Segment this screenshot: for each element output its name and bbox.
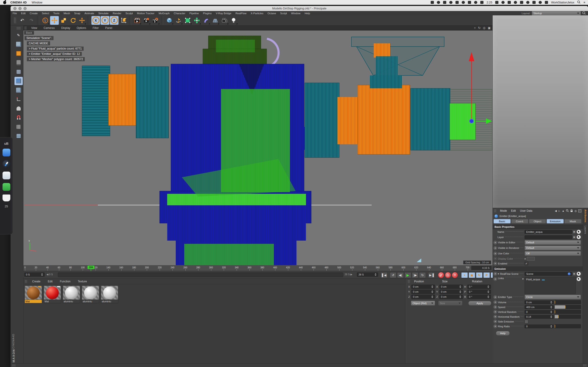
anim-dot[interactable] xyxy=(493,315,497,318)
palette-grip[interactable] xyxy=(17,27,21,30)
quantize-button[interactable] xyxy=(15,123,23,131)
edges-mode-button[interactable] xyxy=(15,77,23,85)
selected-object-row[interactable]: Emitter [Emitter_acqua] xyxy=(493,214,583,219)
viewport-rotate-icon[interactable]: ↻ xyxy=(478,26,481,30)
expand-icon[interactable]: ▶ xyxy=(573,235,576,239)
volume-icon[interactable] xyxy=(545,1,548,4)
horizontal-random-field[interactable]: 0.14 xyxy=(525,315,554,319)
app-menu-item[interactable]: Create xyxy=(27,12,40,15)
redo-button[interactable]: ↷ xyxy=(27,16,36,25)
menubar-device-name[interactable]: WorkStationJelux xyxy=(551,1,574,4)
code-brackets-icon[interactable] xyxy=(520,1,523,4)
material-tile[interactable]: aluminiu xyxy=(63,286,80,303)
undo-button[interactable]: ↶ xyxy=(18,16,27,25)
size-field[interactable]: 0 cm xyxy=(439,295,463,299)
speed-field[interactable]: 400 cm xyxy=(525,305,554,309)
mail-icon[interactable] xyxy=(437,1,440,4)
goto-start-button[interactable]: ▌◀ xyxy=(381,272,388,278)
position-field[interactable]: 0 cm xyxy=(411,290,435,294)
viewport-pan-icon[interactable]: + xyxy=(474,26,476,30)
attributes-grip[interactable] xyxy=(494,209,496,212)
rotate-tool[interactable] xyxy=(69,16,77,25)
make-editable-button[interactable]: ✎ xyxy=(15,31,23,39)
attributes-menu-edit[interactable]: Edit xyxy=(509,209,518,212)
timeline-duration-field[interactable]: 4.16 S xyxy=(471,266,492,270)
mail-app-icon[interactable] xyxy=(2,172,10,179)
material-tile[interactable]: aluminiu xyxy=(82,286,99,303)
play-forward-button[interactable]: ↻ xyxy=(419,272,426,278)
tab-basic[interactable]: Basic xyxy=(493,219,510,223)
coordinate-system-button[interactable] xyxy=(119,16,128,25)
links-list[interactable]: Fluid_acqua≈≈ xyxy=(525,277,576,294)
position-field[interactable]: 0 cm xyxy=(411,295,435,299)
blue-app-icon[interactable] xyxy=(2,149,10,156)
app-menu-item[interactable]: Script xyxy=(278,12,289,15)
parent-object-icon[interactable]: ▲ xyxy=(562,209,565,212)
green-app-icon[interactable] xyxy=(2,183,10,191)
app-menu-item[interactable]: File xyxy=(10,12,19,15)
goto-end-button[interactable]: ▶▐ xyxy=(428,272,435,278)
tab-coord[interactable]: Coord. xyxy=(511,219,528,223)
docker-icon[interactable] xyxy=(514,1,517,4)
app-menu-item[interactable]: Motion Tracker xyxy=(135,12,156,15)
environment-floor-button[interactable] xyxy=(211,16,220,25)
app-menu-item[interactable]: Edit xyxy=(19,12,28,15)
size-mode-dropdown[interactable]: Size xyxy=(438,301,462,306)
speed-slider[interactable] xyxy=(554,305,581,309)
key-rotation-toggle[interactable]: ↻ xyxy=(476,272,483,278)
polygons-mode-button[interactable] xyxy=(15,86,23,94)
viewport-menu-item[interactable]: Panel xyxy=(102,26,115,30)
apple-menu-icon[interactable] xyxy=(3,1,6,4)
snowflake-icon[interactable] xyxy=(462,1,465,4)
history-forward-icon[interactable]: ▶ xyxy=(558,209,560,212)
app-menu-item[interactable]: RealFlow xyxy=(233,12,249,15)
viewport-menu-grip[interactable] xyxy=(24,26,27,30)
time-circle-icon[interactable] xyxy=(480,1,484,4)
app-menu-item[interactable]: Snap xyxy=(72,12,82,15)
viewport[interactable]: Y Back Simulation "Scene":CACHE MODE> Fl… xyxy=(23,31,493,265)
key-parameter-toggle[interactable]: P xyxy=(483,272,490,278)
workplane-snap-button[interactable] xyxy=(15,132,23,140)
new-panel-icon[interactable]: + xyxy=(578,209,581,212)
mograph-cloner-button[interactable] xyxy=(192,16,201,25)
enable-axis-button[interactable] xyxy=(15,95,23,103)
app-menu-item[interactable]: Pipeline xyxy=(187,12,201,15)
cup-icon[interactable] xyxy=(2,194,10,201)
tab-attributes[interactable]: Attributes xyxy=(584,209,587,223)
visible-renderer-dropdown[interactable]: Default xyxy=(525,246,581,250)
time-machine-icon[interactable] xyxy=(532,1,536,4)
name-field[interactable]: Emitter_acqua xyxy=(525,230,572,234)
control-center-icon[interactable]: ≡ xyxy=(583,1,585,4)
side-emission-checkbox[interactable] xyxy=(525,320,528,323)
anim-dot[interactable] xyxy=(493,325,497,328)
history-back-icon[interactable]: ◀ xyxy=(555,209,557,212)
spline-pen-button[interactable] xyxy=(174,16,183,25)
display-mirror-icon[interactable] xyxy=(502,1,505,4)
move-tool[interactable] xyxy=(50,16,59,25)
app-menu-item[interactable]: Character xyxy=(172,12,187,15)
search-icon[interactable] xyxy=(566,209,569,212)
creative-cloud-icon[interactable] xyxy=(431,1,434,4)
texture-axis-button[interactable] xyxy=(15,104,23,113)
material-menu-grip[interactable] xyxy=(25,280,27,283)
grid-calc-icon[interactable] xyxy=(539,1,542,4)
lock-icon[interactable] xyxy=(570,209,573,213)
material-menu-item[interactable]: Function xyxy=(56,280,74,283)
tab-mask[interactable]: Mask xyxy=(564,219,581,223)
deformer-button[interactable] xyxy=(202,16,210,25)
emission-section[interactable]: Emission xyxy=(493,267,583,271)
app-menu-item[interactable]: Sculpt xyxy=(123,12,135,15)
range-start-marker[interactable]: ◀ 0 S xyxy=(46,273,53,276)
menubar-item-window[interactable]: Window xyxy=(32,1,42,4)
next-key-button[interactable]: )▶ xyxy=(412,272,418,278)
anim-dot[interactable] xyxy=(493,300,497,304)
emitter-type-dropdown[interactable]: Circle xyxy=(525,295,581,299)
ring-ratio-slider[interactable] xyxy=(554,324,581,328)
timeline-playhead[interactable]: 104 xyxy=(87,266,95,269)
expand-icon[interactable]: ▶ xyxy=(573,272,576,276)
pick-link-icon[interactable] xyxy=(577,277,581,281)
material-tile[interactable]: Mat xyxy=(44,286,61,303)
viewport-menu-item[interactable]: Filter xyxy=(89,26,102,30)
enabled-checkbox[interactable]: ✓ xyxy=(525,262,528,265)
app-menu-item[interactable]: Mesh xyxy=(61,12,72,15)
